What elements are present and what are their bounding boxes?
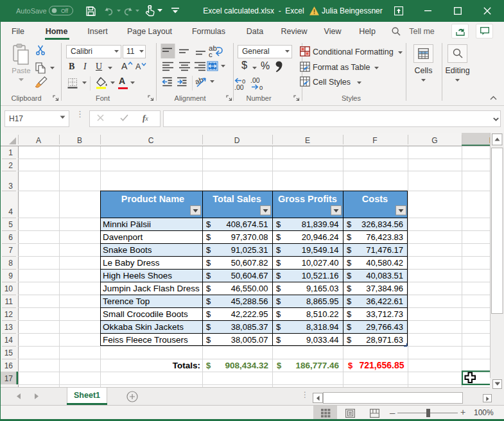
svg-text:186,777.46: 186,777.46: [295, 361, 339, 370]
svg-text:$: $: [276, 245, 281, 255]
svg-text:$: $: [276, 219, 281, 229]
svg-text:$: $: [276, 309, 281, 319]
svg-text:$: $: [276, 271, 281, 280]
svg-text:6: 6: [8, 233, 13, 242]
svg-text:Terence Top: Terence Top: [103, 296, 150, 306]
svg-text:$: $: [206, 335, 211, 345]
svg-text:408,674.51: 408,674.51: [226, 219, 268, 229]
svg-text:8,318.94: 8,318.94: [306, 322, 339, 332]
svg-text:$: $: [347, 219, 352, 229]
svg-text:38,005.07: 38,005.07: [231, 335, 268, 345]
svg-text:$: $: [347, 284, 352, 293]
svg-text:71,476.17: 71,476.17: [366, 245, 403, 255]
svg-text:19,549.14: 19,549.14: [302, 245, 339, 255]
svg-text:Minnki Pälsii: Minnki Pälsii: [103, 219, 151, 229]
svg-text:Feiss Fleece Trousers: Feiss Fleece Trousers: [103, 335, 188, 345]
svg-text:36,422.61: 36,422.61: [366, 296, 403, 306]
svg-text:7: 7: [8, 246, 13, 255]
svg-text:28,971.63: 28,971.63: [366, 335, 403, 345]
svg-text:45,288.56: 45,288.56: [231, 296, 268, 306]
svg-text:$: $: [206, 361, 211, 370]
svg-text:High Heels Shoes: High Heels Shoes: [103, 271, 172, 280]
svg-text:$: $: [276, 284, 281, 293]
svg-text:Jumpin Jack Flash Dress: Jumpin Jack Flash Dress: [103, 284, 200, 293]
svg-text:.00: .00: [250, 76, 260, 84]
svg-text:42,222.95: 42,222.95: [231, 309, 268, 319]
svg-text:81,839.94: 81,839.94: [302, 219, 339, 229]
svg-text:$: $: [347, 322, 352, 332]
svg-text:8,510.22: 8,510.22: [306, 309, 339, 319]
svg-text:721,656.85: 721,656.85: [359, 360, 404, 370]
svg-text:9,033.44: 9,033.44: [306, 335, 339, 345]
svg-text:10,521.16: 10,521.16: [302, 271, 339, 280]
svg-text:17: 17: [4, 374, 13, 383]
svg-text:12: 12: [4, 310, 13, 319]
svg-text:$: $: [347, 309, 352, 319]
svg-text:9: 9: [8, 271, 13, 280]
svg-text:13: 13: [4, 323, 13, 332]
svg-text:10,027.40: 10,027.40: [302, 258, 339, 268]
svg-text:50,604.67: 50,604.67: [231, 271, 268, 280]
svg-text:Gross Profits: Gross Profits: [278, 194, 337, 204]
svg-text:G: G: [431, 136, 437, 145]
svg-text:$: $: [206, 322, 211, 332]
svg-text:$: $: [206, 232, 211, 242]
svg-text:$: $: [347, 296, 352, 306]
svg-text:76,423.83: 76,423.83: [366, 232, 403, 242]
svg-text:$: $: [347, 335, 352, 345]
svg-text:D: D: [234, 136, 240, 145]
svg-text:Total Sales: Total Sales: [213, 194, 261, 204]
svg-text:Product Name: Product Name: [121, 194, 184, 204]
svg-text:Okkaba Skin Jackets: Okkaba Skin Jackets: [103, 322, 184, 332]
svg-text:$: $: [206, 284, 211, 293]
svg-text:Snake Boots: Snake Boots: [103, 245, 152, 255]
svg-text:$: $: [276, 232, 281, 242]
svg-text:Off: Off: [61, 8, 69, 14]
svg-text:B: B: [77, 136, 82, 145]
svg-text:2: 2: [8, 161, 13, 170]
svg-text:50,607.82: 50,607.82: [231, 258, 268, 268]
svg-text:.00: .00: [234, 83, 244, 91]
svg-text:3: 3: [8, 182, 13, 191]
svg-text:$: $: [276, 322, 281, 332]
svg-text:10: 10: [4, 284, 13, 293]
svg-text:$: $: [348, 361, 353, 370]
svg-text:40,580.42: 40,580.42: [366, 258, 403, 268]
svg-text:9,165.03: 9,165.03: [306, 284, 339, 293]
svg-text:E: E: [305, 136, 310, 145]
svg-text:Small Crocodile Boots: Small Crocodile Boots: [103, 309, 188, 319]
svg-text:1: 1: [8, 148, 13, 157]
svg-text:908,434.32: 908,434.32: [225, 361, 268, 370]
svg-text:91,025.31: 91,025.31: [231, 245, 268, 255]
svg-text:16: 16: [4, 361, 13, 370]
svg-text:97,370.08: 97,370.08: [231, 232, 268, 242]
svg-text:$: $: [276, 258, 281, 268]
svg-text:$: $: [347, 271, 352, 280]
svg-text:Costs: Costs: [362, 194, 388, 204]
svg-text:11: 11: [5, 297, 13, 306]
svg-text:$: $: [206, 219, 211, 229]
svg-text:$: $: [206, 309, 211, 319]
svg-text:5: 5: [8, 220, 13, 229]
svg-text:$: $: [347, 258, 352, 268]
svg-text:Davenport: Davenport: [103, 232, 143, 242]
svg-text:4: 4: [8, 207, 13, 216]
svg-text:F: F: [372, 136, 377, 145]
svg-text:20,946.24: 20,946.24: [302, 232, 339, 242]
svg-text:$: $: [276, 335, 281, 345]
svg-text:$: $: [206, 245, 211, 255]
svg-text:A: A: [36, 136, 41, 145]
svg-text:38,085.37: 38,085.37: [231, 322, 268, 332]
svg-text:Totals:: Totals:: [173, 361, 200, 370]
svg-text:$: $: [206, 258, 211, 268]
svg-text:326,834.56: 326,834.56: [361, 219, 403, 229]
svg-text:$: $: [276, 296, 281, 306]
svg-text:40,083.51: 40,083.51: [366, 271, 403, 280]
svg-text:14: 14: [4, 336, 13, 345]
svg-text:$: $: [206, 296, 211, 306]
svg-text:C: C: [148, 136, 154, 145]
svg-text:37,384.96: 37,384.96: [366, 284, 403, 293]
svg-text:46,550.00: 46,550.00: [231, 284, 268, 293]
svg-text:$: $: [347, 232, 352, 242]
svg-text:8,865.95: 8,865.95: [306, 296, 339, 306]
